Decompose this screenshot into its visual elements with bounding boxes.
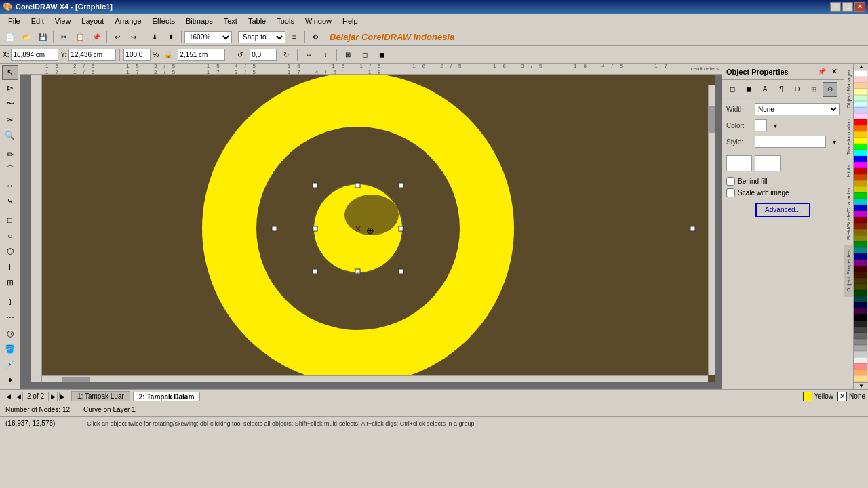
menu-text[interactable]: Text (218, 16, 243, 26)
palette-swatch[interactable] (854, 314, 867, 321)
palette-scroll-up[interactable]: ▲ (854, 64, 868, 70)
page-tab-2[interactable]: 2: Tampak Dalam (133, 392, 201, 401)
page-last-btn[interactable]: ▶| (59, 392, 68, 401)
palette-swatch[interactable] (854, 290, 867, 296)
tool-blend[interactable]: ⋯ (2, 310, 18, 325)
tool-parallel[interactable]: ⫿ (2, 294, 18, 309)
palette-swatch[interactable] (854, 174, 867, 180)
color-dropdown-btn[interactable]: ▾ (770, 120, 781, 131)
palette-swatch[interactable] (854, 144, 867, 150)
palette-swatch[interactable] (854, 260, 867, 266)
palette-swatch[interactable] (854, 205, 867, 211)
palette-swatch[interactable] (854, 162, 867, 168)
palette-swatch[interactable] (854, 272, 867, 278)
tabs-props-btn[interactable]: ↦ (790, 82, 805, 97)
page-next-btn[interactable]: ▶ (48, 392, 58, 401)
options-btn[interactable]: ⚙ (308, 30, 323, 45)
palette-swatch[interactable] (854, 278, 867, 284)
width-select[interactable]: None Hairline 0.5 pt 1 pt 2 pt (755, 103, 840, 115)
palette-swatch[interactable] (854, 125, 867, 131)
palette-swatch[interactable] (854, 266, 867, 272)
paste-btn[interactable]: 📌 (89, 30, 104, 45)
menu-table[interactable]: Table (243, 16, 271, 26)
import-btn[interactable]: ⬇ (147, 30, 162, 45)
maximize-btn[interactable]: □ (842, 2, 853, 12)
palette-swatch[interactable] (854, 327, 867, 333)
obj-pos-btn[interactable]: ⊞ (340, 47, 355, 62)
palette-swatch[interactable] (854, 253, 867, 260)
tool-select[interactable]: ↖ (2, 65, 18, 80)
scroll-thumb-v[interactable] (709, 106, 715, 133)
palette-swatch[interactable] (854, 138, 867, 144)
advanced-button[interactable]: Advanced... (755, 203, 810, 217)
tool-connector[interactable]: ⤷ (2, 194, 18, 209)
canvas-content[interactable]: × ⊕ (42, 75, 715, 382)
palette-swatch[interactable] (854, 223, 867, 229)
x-input[interactable] (11, 49, 58, 61)
panel-pin-btn[interactable]: 📌 (816, 66, 827, 77)
palette-swatch[interactable] (854, 199, 867, 205)
palette-swatch[interactable] (854, 302, 867, 308)
handle-tr[interactable] (399, 183, 403, 188)
color-picker-box[interactable] (755, 119, 767, 131)
new-btn[interactable]: 📄 (3, 30, 18, 45)
para-props-btn[interactable]: ¶ (774, 82, 789, 97)
mirror-v[interactable]: ↕ (318, 47, 333, 62)
palette-swatch[interactable] (854, 113, 867, 119)
palette-swatch[interactable] (854, 131, 867, 138)
palette-swatch[interactable] (854, 375, 867, 382)
tool-freehand[interactable]: ✏ (2, 146, 18, 161)
rotate-cw[interactable]: ↻ (279, 47, 294, 62)
cut-btn[interactable]: ✂ (56, 30, 71, 45)
outer-handle-mr[interactable] (690, 226, 695, 231)
handle-br[interactable] (399, 269, 403, 274)
menu-layout[interactable]: Layout (76, 16, 109, 26)
menu-edit[interactable]: Edit (26, 16, 50, 26)
page-first-btn[interactable]: |◀ (3, 392, 12, 401)
mirror-h[interactable]: ↔ (301, 47, 316, 62)
style-input-box[interactable] (755, 136, 826, 148)
palette-swatch[interactable] (854, 247, 867, 253)
menu-window[interactable]: Window (300, 16, 337, 26)
page-tab-1[interactable]: 1: Tampak Luar (71, 391, 130, 401)
handle-bl[interactable] (313, 269, 317, 274)
close-btn[interactable]: ✕ (854, 2, 865, 12)
outline-icon[interactable]: ✕ (837, 392, 847, 401)
tool-shape[interactable]: ⊳ (2, 81, 18, 96)
export-btn[interactable]: ⬆ (163, 30, 178, 45)
tool-zoom[interactable]: 🔍 (2, 128, 18, 143)
palette-swatch[interactable] (854, 192, 867, 199)
save-btn[interactable]: 💾 (35, 30, 50, 45)
tool-text[interactable]: T (2, 260, 18, 274)
scrollbar-horizontal[interactable] (42, 375, 708, 382)
tool-rect[interactable]: □ (2, 213, 18, 228)
palette-swatch[interactable] (854, 77, 867, 83)
handle-tl[interactable] (313, 183, 317, 188)
tab-obj-manager[interactable]: Object Manager (844, 65, 853, 113)
tool-table[interactable]: ⊞ (2, 275, 18, 290)
minimize-btn[interactable]: − (830, 2, 841, 12)
rotate-ccw[interactable]: ↺ (233, 47, 248, 62)
palette-swatch[interactable] (854, 101, 867, 107)
tool-dimension[interactable]: ↔ (2, 178, 18, 193)
menu-tools[interactable]: Tools (271, 16, 300, 26)
fill-color-box[interactable] (803, 392, 812, 401)
undo-btn[interactable]: ↩ (110, 30, 125, 45)
fill-btn[interactable]: ◼ (374, 47, 389, 62)
palette-swatch[interactable] (854, 345, 867, 351)
y-input[interactable] (68, 49, 116, 61)
palette-swatch[interactable] (854, 211, 867, 217)
tool-smartdraw[interactable]: ⌒ (2, 163, 18, 178)
menu-bitmaps[interactable]: Bitmaps (180, 16, 218, 26)
lock-btn[interactable]: 🔒 (161, 47, 176, 62)
canvas-drawing[interactable]: × ⊕ (31, 75, 715, 382)
scale-image-check[interactable] (726, 188, 735, 197)
palette-swatch[interactable] (854, 70, 867, 77)
height-input[interactable] (178, 49, 225, 61)
palette-swatch[interactable] (854, 241, 867, 247)
tool-contour[interactable]: ◎ (2, 325, 18, 340)
canvas-svg[interactable]: × ⊕ (141, 75, 616, 382)
snap-select[interactable]: Snap to (238, 31, 285, 43)
palette-swatch[interactable] (854, 89, 867, 95)
style-dropdown-btn[interactable]: ▾ (829, 136, 840, 147)
